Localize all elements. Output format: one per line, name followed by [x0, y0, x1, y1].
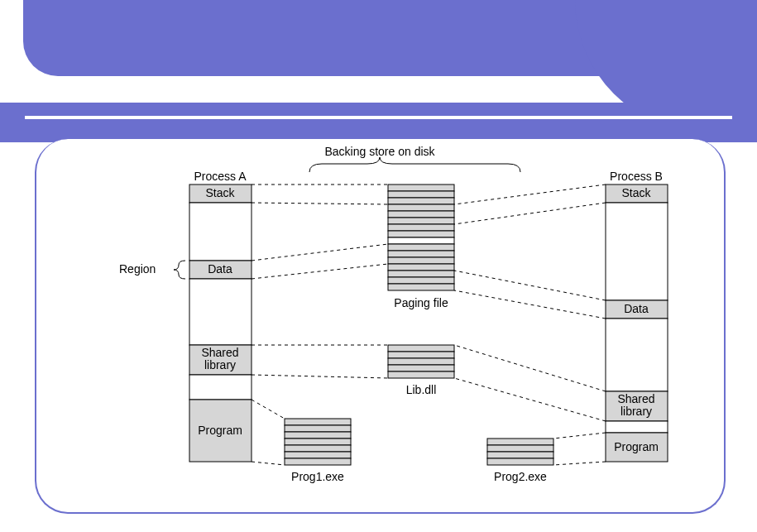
- map-a-prog-top: [252, 400, 285, 419]
- map-a-prog-bot: [252, 462, 285, 465]
- b-shlib-label-2: library: [620, 405, 652, 418]
- b-gap2: [606, 319, 668, 391]
- map-b-stack-bot: [454, 203, 606, 224]
- svg-rect-11: [388, 257, 454, 264]
- map-b-prog-top: [553, 433, 606, 439]
- b-stack-label: Stack: [621, 186, 651, 199]
- map-b-lib-bot: [454, 378, 606, 421]
- memory-diagram: Backing store on disk Process A Process …: [36, 139, 724, 512]
- svg-rect-18: [388, 358, 454, 365]
- svg-rect-28: [487, 439, 553, 445]
- a-gap2: [189, 279, 252, 345]
- b-program-label: Program: [614, 440, 659, 453]
- svg-rect-14: [388, 277, 454, 284]
- map-a-data-top: [252, 244, 388, 261]
- map-b-stack-top: [454, 185, 606, 204]
- map-a-data-bot: [252, 264, 388, 279]
- b-data-label: Data: [624, 302, 649, 315]
- map-b-prog-bot: [553, 462, 606, 465]
- map-a-stack-bot: [252, 203, 388, 204]
- a-gap3: [189, 375, 252, 400]
- svg-rect-4: [388, 211, 454, 218]
- svg-rect-13: [388, 271, 454, 277]
- svg-rect-31: [487, 458, 553, 465]
- svg-rect-24: [285, 439, 351, 445]
- prog2-icon: [487, 439, 553, 465]
- svg-rect-27: [285, 458, 351, 465]
- b-gap3: [606, 421, 668, 433]
- svg-rect-3: [388, 204, 454, 211]
- prog1-icon: [285, 419, 351, 465]
- a-gap1: [189, 203, 252, 261]
- svg-rect-21: [285, 419, 351, 425]
- region-label: Region: [119, 262, 156, 276]
- b-gap1: [606, 203, 668, 300]
- process-a-label: Process A: [194, 170, 247, 183]
- prog2-label: Prog2.exe: [494, 470, 547, 483]
- b-shlib-label-1: Shared: [617, 392, 654, 405]
- svg-rect-5: [388, 218, 454, 224]
- svg-rect-0: [388, 185, 454, 191]
- region-brace: [174, 261, 185, 279]
- svg-rect-23: [285, 432, 351, 439]
- svg-rect-10: [388, 251, 454, 257]
- a-shlib-label-2: library: [204, 358, 236, 371]
- map-b-data-bot: [454, 290, 606, 319]
- svg-rect-6: [388, 224, 454, 231]
- svg-rect-8: [388, 237, 454, 244]
- diagram-canvas: Backing store on disk Process A Process …: [35, 139, 726, 514]
- svg-rect-9: [388, 244, 454, 251]
- a-program-label: Program: [198, 424, 242, 437]
- svg-rect-29: [487, 445, 553, 452]
- map-b-data-top: [454, 271, 606, 300]
- svg-rect-12: [388, 264, 454, 271]
- libdll-label: Lib.dll: [406, 383, 437, 396]
- svg-rect-25: [285, 445, 351, 452]
- svg-rect-17: [388, 352, 454, 358]
- libdll-icon: [388, 345, 454, 378]
- svg-rect-2: [388, 198, 454, 204]
- a-stack-label: Stack: [205, 186, 235, 199]
- svg-rect-26: [285, 452, 351, 458]
- a-data-label: Data: [208, 262, 232, 276]
- svg-rect-19: [388, 365, 454, 371]
- paging-file-label: Paging file: [394, 296, 448, 309]
- brace-top: [309, 157, 520, 172]
- svg-rect-16: [388, 345, 454, 352]
- svg-rect-20: [388, 371, 454, 378]
- svg-rect-30: [487, 452, 553, 458]
- a-shlib-label-1: Shared: [201, 346, 238, 359]
- map-a-lib-bot: [252, 375, 388, 378]
- paging-file-icon: [388, 185, 454, 290]
- svg-rect-7: [388, 231, 454, 237]
- title-label: Backing store on disk: [324, 145, 435, 158]
- svg-rect-1: [388, 191, 454, 198]
- prog1-label: Prog1.exe: [291, 470, 344, 483]
- header-band: [0, 103, 757, 142]
- process-b-label: Process B: [610, 170, 663, 183]
- svg-rect-22: [285, 425, 351, 432]
- svg-rect-15: [388, 284, 454, 290]
